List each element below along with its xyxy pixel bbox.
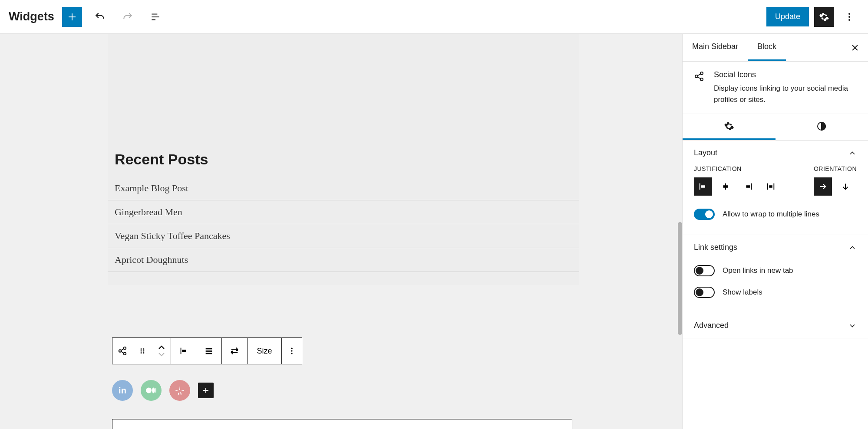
wrap-toggle[interactable] (694, 209, 715, 220)
svg-point-0 (848, 13, 850, 15)
advanced-panel-header[interactable]: Advanced (683, 313, 868, 338)
styles-tab[interactable] (776, 114, 868, 140)
yelp-icon[interactable] (169, 380, 190, 401)
post-item[interactable]: Apricot Doughnuts (108, 248, 579, 272)
svg-point-23 (700, 72, 703, 75)
settings-button[interactable] (814, 7, 834, 27)
justify-left-icon (698, 182, 708, 191)
contrast-icon (816, 121, 827, 131)
chevron-down-icon (158, 352, 165, 357)
medium-logo-icon (145, 385, 157, 396)
svg-point-11 (143, 352, 145, 354)
link-settings-panel: Link settings Open links in new tab Show… (683, 235, 868, 313)
open-new-tab-toggle[interactable] (694, 265, 715, 276)
post-item[interactable]: Vegan Sticky Toffee Pancakes (108, 224, 579, 248)
layout-panel-header[interactable]: Layout (683, 141, 868, 165)
svg-rect-13 (182, 350, 186, 352)
editor-canvas[interactable]: Recent Posts Example Blog Post Gingerbre… (0, 34, 682, 429)
add-block-placeholder[interactable] (112, 419, 572, 429)
justify-left-icon (179, 346, 188, 356)
tab-main-sidebar[interactable]: Main Sidebar (683, 34, 748, 61)
drag-icon (139, 347, 146, 355)
move-buttons (152, 345, 171, 357)
svg-point-6 (141, 348, 142, 350)
close-sidebar-button[interactable] (847, 40, 863, 56)
open-new-tab-label: Open links in new tab (723, 266, 793, 275)
settings-tab[interactable] (683, 114, 776, 140)
show-labels-toggle[interactable] (694, 287, 715, 298)
block-options-button[interactable] (282, 338, 302, 364)
svg-rect-16 (206, 353, 212, 354)
scrollbar-thumb[interactable] (678, 222, 682, 335)
more-options-button[interactable] (839, 7, 859, 27)
svg-point-1 (848, 16, 850, 18)
svg-point-7 (143, 348, 145, 350)
list-view-button[interactable] (145, 7, 165, 27)
arrow-down-icon (841, 182, 850, 191)
svg-point-3 (124, 347, 126, 350)
svg-rect-33 (767, 183, 768, 190)
orientation-vertical-button[interactable] (836, 177, 855, 196)
justify-right-button[interactable] (739, 177, 757, 196)
align-button[interactable] (196, 338, 221, 364)
undo-button[interactable] (90, 7, 110, 27)
social-icons-block[interactable]: in (112, 380, 214, 401)
orientation-horizontal-button[interactable] (814, 177, 832, 196)
block-type-button[interactable] (112, 338, 132, 364)
justify-space-between-button[interactable] (762, 177, 780, 196)
post-item[interactable]: Example Blog Post (108, 177, 579, 200)
tab-block[interactable]: Block (748, 34, 786, 61)
header-left: Widgets (9, 7, 165, 27)
svg-point-17 (291, 348, 292, 349)
panel-title: Link settings (694, 243, 737, 252)
transform-button[interactable] (222, 338, 247, 364)
plus-icon (201, 386, 210, 395)
svg-rect-34 (773, 183, 774, 190)
panel-title: Advanced (694, 321, 729, 330)
close-icon (851, 43, 859, 52)
move-up-button[interactable] (158, 345, 165, 350)
add-block-button[interactable] (62, 7, 82, 27)
block-name: Social Icons (714, 70, 857, 79)
editor-header: Widgets Update (0, 0, 868, 34)
redo-button[interactable] (118, 7, 138, 27)
sidebar-tabs: Main Sidebar Block (683, 34, 868, 62)
widget-area: Recent Posts Example Blog Post Gingerbre… (108, 34, 579, 285)
size-button[interactable]: Size (248, 338, 281, 364)
svg-rect-14 (206, 348, 212, 350)
justification-label: JUSTIFICATION (694, 165, 780, 172)
gear-icon (724, 121, 734, 131)
svg-rect-12 (181, 348, 182, 354)
share-icon (694, 71, 704, 82)
show-labels-label: Show labels (723, 288, 762, 297)
arrow-right-icon (818, 182, 828, 191)
gear-icon (819, 12, 829, 22)
justify-left-button[interactable] (694, 177, 712, 196)
drag-handle[interactable] (132, 338, 152, 364)
svg-point-25 (700, 78, 703, 81)
swap-icon (230, 346, 239, 356)
medium-icon[interactable] (141, 380, 162, 401)
justify-center-button[interactable] (716, 177, 735, 196)
linkedin-icon[interactable]: in (112, 380, 133, 401)
post-item[interactable]: Gingerbread Men (108, 200, 579, 224)
justify-center-icon (721, 182, 730, 191)
add-social-icon-button[interactable] (198, 383, 214, 398)
orientation-label: ORIENTATION (814, 165, 857, 172)
justify-right-icon (743, 182, 753, 191)
svg-point-24 (695, 75, 698, 78)
block-toolbar: Size (112, 337, 302, 364)
yelp-logo-icon (175, 385, 185, 396)
svg-point-9 (143, 350, 145, 352)
svg-point-22 (155, 388, 156, 393)
link-settings-panel-header[interactable]: Link settings (683, 235, 868, 260)
plus-icon (67, 12, 77, 22)
block-info: Social Icons Display icons linking to yo… (683, 62, 868, 114)
svg-point-4 (119, 350, 122, 352)
svg-rect-30 (723, 185, 728, 188)
redo-icon (122, 11, 133, 23)
justify-items-button[interactable] (171, 338, 196, 364)
svg-rect-15 (206, 350, 212, 352)
update-button[interactable]: Update (766, 7, 809, 26)
move-down-button[interactable] (158, 352, 165, 357)
